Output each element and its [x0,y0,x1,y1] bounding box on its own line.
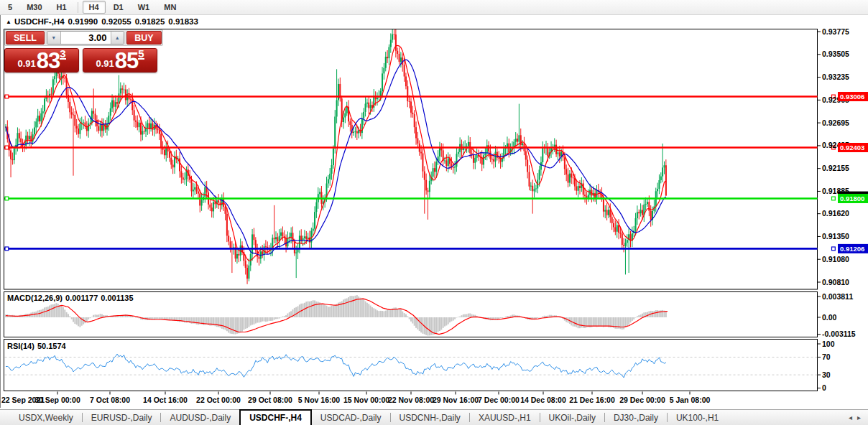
trade-panel-price-row: 0.91833 0.91855 [4,48,163,73]
svg-text:5 Jan 08:00: 5 Jan 08:00 [670,396,711,404]
rsi-axis-label: 70 [822,352,831,361]
rsi-axis-label: 100 [822,340,835,348]
rsi-axis-label: 30 [822,370,831,379]
svg-text:0.93006: 0.93006 [840,93,864,101]
tab-scroll-left-icon[interactable]: ◂ [849,414,852,421]
hline-label-resistance-1: 0.93006 [838,92,868,101]
tab-scroll-arrows: ◂▸ [849,410,868,425]
hline-label-resistance-2: 0.92403 [838,143,868,152]
rsi-line [6,354,666,378]
sell-price-prefix: 0.91 [17,57,35,70]
chart-tab-xauusd-h1[interactable]: XAUUSD-,H1 [470,410,540,425]
svg-text:21 Dec 16:00: 21 Dec 16:00 [569,396,615,404]
sell-button[interactable]: SELL [6,31,45,45]
buy-price-prefix: 0.91 [96,57,114,70]
time-axis: 22 Sep 202130 Sep 00:007 Oct 08:0014 Oct… [1,392,710,405]
hline-support-blue[interactable] [4,247,835,251]
svg-text:0.93505: 0.93505 [822,50,849,58]
volume-increase-icon[interactable]: ▲ [111,32,124,44]
svg-text:30 Sep 00:00: 30 Sep 00:00 [34,396,80,404]
chart-tab-eurusd-daily[interactable]: EURUSD-,Daily [83,410,161,425]
macd-axis-label: 0.003811 [822,292,853,301]
svg-text:0.92695: 0.92695 [822,118,849,127]
svg-text:0.91620: 0.91620 [822,209,849,218]
svg-text:0.91080: 0.91080 [822,255,849,263]
svg-text:5 Nov 16:00: 5 Nov 16:00 [298,396,341,404]
chart-tab-usdx-weekly[interactable]: USDX,Weekly [10,410,82,425]
macd-indicator-label: MACD(12,26,9)0.0011770.001135 [7,294,137,302]
sell-price-box[interactable]: 0.91833 [4,48,79,73]
rsi-name: RSI(14) [7,342,34,350]
macd-value-1: 0.001177 [65,294,98,302]
svg-text:7 Dec 00:00: 7 Dec 00:00 [478,396,520,404]
hline-label-support-blue: 0.91206 [838,244,868,253]
chart-symbol-label: USDCHF-,H4 [14,17,65,26]
svg-text:0.93235: 0.93235 [822,73,849,81]
svg-text:14 Oct 16:00: 14 Oct 16:00 [143,396,188,404]
chart-tab-uk100-h1[interactable]: UK100-,H1 [668,410,727,425]
rsi-value: 50.1574 [37,342,66,350]
svg-text:0.92403: 0.92403 [840,144,864,151]
chart-tab-usdchf-h4[interactable]: USDCHF-,H4 [239,409,312,425]
trading-app-window: 5M30H1H4D1W1MN ▲USDCHF-,H40.919900.92055… [0,0,868,425]
sell-price-sup: 3 [60,50,65,60]
svg-text:29 Dec 00:00: 29 Dec 00:00 [619,396,665,404]
volume-stepper: ▼ ▲ [47,31,124,45]
buy-price-sup: 5 [138,50,144,60]
macd-value-2: 0.001135 [101,294,133,302]
svg-text:0.92155: 0.92155 [822,164,849,172]
svg-text:0.91800: 0.91800 [840,195,864,202]
symbol-tab-bar: USDX,WeeklyEURUSD-,DailyAUDUSD-,DailyUSD… [0,409,868,425]
svg-text:22 Nov 08:00: 22 Nov 08:00 [388,396,434,404]
macd-name: MACD(12,26,9) [7,294,63,302]
ohlc-low: 0.91825 [135,17,165,26]
chart-tab-ukoil-daily[interactable]: UKOil-,Daily [540,410,604,425]
svg-text:0.91206: 0.91206 [840,245,864,253]
svg-text:29 Oct 08:00: 29 Oct 08:00 [248,396,292,404]
hline-label-support-green: 0.91800 [838,194,868,203]
sell-price-big: 83 [37,51,60,70]
buy-price-big: 85 [115,51,138,70]
buy-price-box[interactable]: 0.91855 [83,48,157,73]
hline-support-green[interactable] [4,197,835,200]
chart-ohlc-header: ▲USDCHF-,H40.919900.920550.918250.91833 [6,17,198,26]
ohlc-open: 0.91990 [68,17,98,26]
svg-text:7 Oct 08:00: 7 Oct 08:00 [90,396,130,404]
ohlc-high: 0.92055 [101,17,131,26]
chart-tab-usdcnh-daily[interactable]: USDCNH-,Daily [391,410,469,425]
macd-axis-label: 0.00 [822,313,837,322]
svg-text:15 Nov 00:00: 15 Nov 00:00 [343,396,389,404]
svg-text:0.91350: 0.91350 [822,232,849,240]
chart-tab-dj30-daily[interactable]: DJ30-,Daily [605,410,667,425]
chart-tab-usdcad-daily[interactable]: USDCAD-,Daily [312,410,390,425]
rsi-indicator-label: RSI(14)50.1574 [7,342,69,350]
buy-button[interactable]: BUY [126,31,162,45]
trade-panel-toggle-icon[interactable]: ▲ [6,19,11,25]
trade-panel-top-row: SELL ▼ ▲ BUY [4,29,163,46]
tab-scroll-right-icon[interactable]: ▸ [857,414,861,421]
svg-text:0.90810: 0.90810 [822,278,849,286]
svg-text:29 Nov 16:00: 29 Nov 16:00 [433,396,479,404]
macd-axis-label: -0.003115 [822,330,856,338]
ma-fast-line [6,45,666,261]
volume-decrease-icon[interactable]: ▼ [47,32,61,44]
ohlc-close: 0.91833 [168,17,198,26]
svg-text:14 Dec 08:00: 14 Dec 08:00 [520,396,566,404]
one-click-trade-panel: SELL ▼ ▲ BUY 0.91833 0.91855 [4,29,163,73]
rsi-axis-label: 0 [822,383,826,392]
svg-text:22 Oct 00:00: 22 Oct 00:00 [196,396,241,404]
volume-input[interactable] [61,32,111,44]
chart-tab-audusd-daily[interactable]: AUDUSD-,Daily [161,410,239,425]
svg-text:0.93775: 0.93775 [822,27,849,36]
